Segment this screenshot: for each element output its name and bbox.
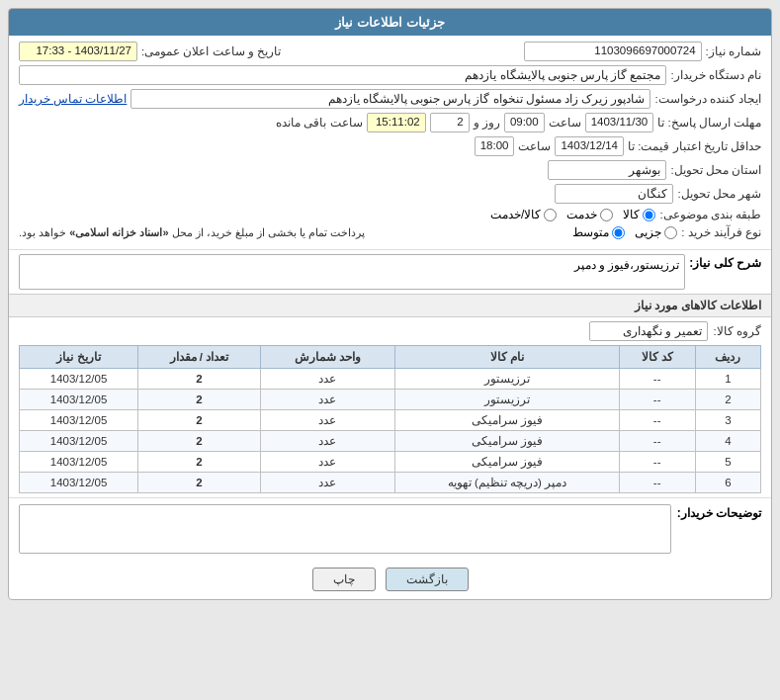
hadalaqal-label: حداقل تاریخ اعتبار قیمت: تا: [628, 139, 761, 153]
tarikh-value: 1403/11/27 - 17:33: [19, 42, 137, 61]
col-unit: واحد شمارش: [260, 346, 394, 369]
cell-date: 1403/12/05: [20, 369, 138, 390]
cell-qty: 2: [138, 431, 261, 452]
radio-khedmat-label: خدمت: [566, 208, 597, 221]
radio-khedmat: خدمت: [566, 208, 613, 221]
cell-date: 1403/12/05: [20, 431, 138, 452]
farayand-label: نوع فرآیند خرید :: [681, 225, 761, 239]
cell-unit: عدد: [260, 369, 394, 390]
cell-date: 1403/12/05: [20, 473, 138, 493]
radio-khedmat-input[interactable]: [600, 209, 613, 221]
cell-code: --: [619, 431, 695, 452]
radio-jozii-input[interactable]: [664, 226, 677, 239]
hadalaqal-saat-label: ساعت: [518, 139, 551, 153]
notice-end: خواهد بود.: [19, 226, 66, 238]
mohlet-roz: 2: [430, 113, 470, 132]
cell-name: فیوز سرامیکی: [395, 410, 620, 431]
hadalaqal-date: 1403/12/14: [555, 136, 624, 156]
radio-jozii-label: جزیی: [635, 225, 661, 239]
cell-code: --: [619, 410, 695, 431]
radio-motovaset-label: متوسط: [572, 225, 609, 239]
notice-part1: پرداخت تمام یا بخشی از مبلغ خرید، از محل: [172, 226, 365, 238]
cell-radif: 1: [695, 369, 760, 390]
row-hadalaqal: حداقل تاریخ اعتبار قیمت: تا 1403/12/14 س…: [19, 136, 761, 156]
dastgah-value: مجتمع گاز پارس جنوبی پالایشگاه یازدهم: [19, 65, 666, 85]
tabagheh-label: طبقه بندی موضوعی:: [659, 208, 761, 221]
radio-kala-khedmat-label: کالا/خدمت: [490, 208, 541, 221]
print-button[interactable]: چاپ: [312, 568, 376, 591]
mohlet-roz-label: روز و: [474, 116, 500, 130]
cell-unit: عدد: [260, 473, 394, 493]
kalaha-section: گروه کالا: تعمیر و نگهداری ردیف کد کالا …: [9, 317, 771, 497]
shahr-label: شهر محل تحویل:: [677, 187, 761, 201]
sharh-label: شرح کلی نیاز:: [689, 256, 761, 270]
radio-jozii: جزیی: [635, 225, 677, 239]
tozih-section: توضیحات خریدار:: [9, 497, 771, 560]
cell-date: 1403/12/05: [20, 410, 138, 431]
notice-text: پرداخت تمام یا بخشی از مبلغ خرید، از محل…: [19, 226, 365, 239]
ostan-label: استان محل تحویل:: [670, 163, 761, 177]
col-name: نام کالا: [395, 346, 620, 369]
row-shahr: شهر محل تحویل: کنگان: [19, 184, 761, 204]
cell-qty: 2: [138, 452, 261, 473]
sharh-value: ترزیستور،فیوز و دمپر: [19, 254, 685, 290]
hadalaqal-saat: 18:00: [475, 136, 515, 156]
cell-unit: عدد: [260, 452, 394, 473]
shahr-value: کنگان: [555, 184, 673, 204]
cell-code: --: [619, 473, 695, 493]
cell-code: --: [619, 452, 695, 473]
radio-group-tabagheh: کالا خدمت کالا/خدمت: [490, 208, 655, 221]
cell-name: فیوز سرامیکی: [395, 431, 620, 452]
header-title: جزئیات اطلاعات نیاز: [335, 15, 444, 30]
radio-kala-khedmat-input[interactable]: [544, 209, 557, 221]
info-section: شماره نیاز: 1103096697000724 تاریخ و ساع…: [9, 36, 771, 250]
back-button[interactable]: بازگشت: [386, 568, 469, 591]
cell-radif: 3: [695, 410, 760, 431]
sharh-row: شرح کلی نیاز: ترزیستور،فیوز و دمپر: [9, 250, 771, 294]
cell-qty: 2: [138, 410, 261, 431]
group-label: گروه کالا:: [714, 324, 761, 338]
buttons-row: بازگشت چاپ: [9, 560, 771, 599]
row-mohlet: مهلت ارسال پاسخ: تا 1403/11/30 ساعت 09:0…: [19, 113, 761, 132]
table-row: 1 -- ترزیستور عدد 2 1403/12/05: [20, 369, 761, 390]
row-shomara: شماره نیاز: 1103096697000724 تاریخ و ساع…: [19, 42, 761, 61]
radio-kala-input[interactable]: [643, 209, 655, 221]
col-qty: تعداد / مقدار: [138, 346, 261, 369]
mohlet-saat: 09:00: [504, 113, 545, 132]
ijad-label: ایجاد کننده درخواست:: [654, 92, 761, 106]
row-farayand: نوع فرآیند خرید : جزیی متوسط پرداخت تمام…: [19, 225, 761, 239]
items-table: ردیف کد کالا نام کالا واحد شمارش تعداد /…: [19, 345, 761, 493]
ettelaat-link[interactable]: اطلاعات تماس خریدار: [19, 92, 127, 106]
cell-date: 1403/12/05: [20, 452, 138, 473]
table-row: 4 -- فیوز سرامیکی عدد 2 1403/12/05: [20, 431, 761, 452]
cell-code: --: [619, 390, 695, 410]
table-row: 2 -- ترزیستور عدد 2 1403/12/05: [20, 390, 761, 410]
radio-group-farayand: جزیی متوسط: [572, 225, 677, 239]
shomara-value: 1103096697000724: [524, 42, 702, 61]
radio-kala-label: کالا: [623, 208, 640, 221]
cell-radif: 4: [695, 431, 760, 452]
cell-name: فیوز سرامیکی: [395, 452, 620, 473]
tozih-box[interactable]: [19, 504, 671, 554]
card-header: جزئیات اطلاعات نیاز: [9, 9, 771, 36]
group-value: تعمیر و نگهداری: [589, 321, 708, 341]
row-ostan: استان محل تحویل: بوشهر: [19, 160, 761, 180]
row-ijad: ایجاد کننده درخواست: شادپور زیرک زاد مسئ…: [19, 89, 761, 109]
radio-motovaset: متوسط: [572, 225, 625, 239]
mohlet-date: 1403/11/30: [585, 113, 654, 132]
page-wrapper: جزئیات اطلاعات نیاز شماره نیاز: 11030966…: [0, 0, 780, 700]
cell-radif: 2: [695, 390, 760, 410]
ostan-value: بوشهر: [548, 160, 666, 180]
col-code: کد کالا: [619, 346, 695, 369]
cell-qty: 2: [138, 473, 261, 493]
cell-unit: عدد: [260, 431, 394, 452]
dastgah-label: نام دستگاه خریدار:: [670, 68, 761, 82]
mohlet-label: مهلت ارسال پاسخ: تا: [657, 116, 761, 130]
radio-motovaset-input[interactable]: [612, 226, 625, 239]
table-header-row: ردیف کد کالا نام کالا واحد شمارش تعداد /…: [20, 346, 761, 369]
cell-date: 1403/12/05: [20, 390, 138, 410]
radio-kala: کالا: [623, 208, 655, 221]
table-row: 3 -- فیوز سرامیکی عدد 2 1403/12/05: [20, 410, 761, 431]
tarikh-label: تاریخ و ساعت اعلان عمومی:: [141, 44, 281, 58]
cell-qty: 2: [138, 369, 261, 390]
